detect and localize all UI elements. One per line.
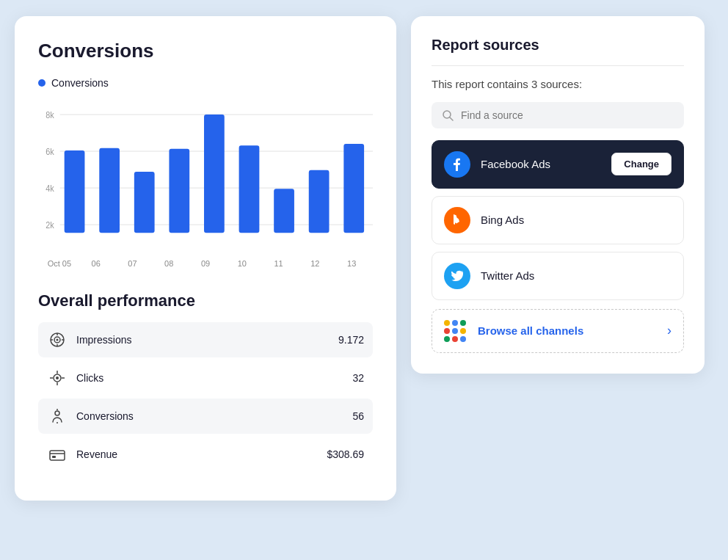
legend-label: Conversions [51, 77, 109, 89]
source-item-bing[interactable]: Bing Ads [432, 196, 684, 244]
x-label-8: 13 [333, 259, 370, 268]
revenue-icon [47, 444, 68, 465]
svg-text:6k: 6k [46, 147, 54, 156]
change-button[interactable]: Change [611, 153, 671, 175]
source-item-twitter[interactable]: Twitter Ads [432, 252, 684, 300]
metric-row-impressions: Impressions 9.172 [38, 322, 373, 357]
twitter-logo-wrap [444, 263, 470, 289]
browse-all-label: Browse all channels [478, 324, 657, 337]
twitter-logo [444, 263, 470, 289]
bing-logo-wrap [444, 207, 470, 233]
metric-name-conversions: Conversions [76, 410, 352, 422]
metrics-list: Impressions 9.172 Clicks 32 [38, 322, 373, 472]
dots-grid-icon [444, 320, 466, 342]
chevron-right-icon: › [667, 323, 671, 338]
clicks-icon [47, 368, 68, 388]
app-wrapper: Conversions Conversions 8k 6k 4k 2k [15, 16, 713, 545]
svg-rect-9 [99, 148, 120, 233]
x-label-4: 09 [187, 259, 224, 268]
chart-svg: 8k 6k 4k 2k [38, 106, 373, 253]
metric-value-conversions: 56 [352, 410, 364, 422]
bing-logo [444, 207, 470, 233]
svg-rect-16 [343, 144, 364, 233]
svg-point-19 [57, 338, 59, 341]
chart-legend: Conversions [38, 77, 373, 89]
source-name-twitter: Twitter Ads [481, 269, 671, 282]
facebook-logo [444, 151, 470, 178]
svg-rect-12 [204, 114, 225, 233]
impressions-icon [47, 330, 68, 350]
bar-chart: 8k 6k 4k 2k [38, 106, 373, 253]
page-title: Conversions [38, 40, 373, 62]
source-name-facebook: Facebook Ads [481, 158, 611, 170]
legend-dot [38, 79, 46, 87]
x-label-5: 10 [224, 259, 261, 268]
svg-rect-11 [169, 148, 189, 232]
metric-value-revenue: $308.69 [327, 448, 364, 460]
svg-rect-33 [50, 451, 65, 460]
svg-point-25 [56, 377, 59, 379]
svg-rect-15 [309, 170, 330, 233]
source-name-bing: Bing Ads [481, 214, 671, 226]
x-label-7: 12 [296, 259, 333, 268]
metric-value-clicks: 32 [352, 372, 364, 384]
metric-row-revenue: Revenue $308.69 [38, 437, 373, 472]
svg-rect-14 [274, 189, 294, 233]
x-label-1: 06 [78, 259, 114, 268]
source-item-facebook[interactable]: Facebook Ads Change [432, 140, 684, 189]
svg-rect-10 [134, 171, 155, 232]
browse-all-channels[interactable]: Browse all channels › [432, 309, 684, 353]
report-title: Report sources [432, 37, 684, 54]
conversions-icon [47, 406, 68, 426]
svg-rect-13 [239, 145, 260, 233]
svg-point-30 [55, 411, 59, 415]
svg-rect-34 [52, 456, 56, 458]
section-title: Overall performance [38, 291, 373, 310]
metric-value-impressions: 9.172 [338, 334, 364, 346]
search-icon [442, 109, 454, 121]
metric-name-impressions: Impressions [76, 334, 338, 346]
x-label-0: Oct 05 [41, 259, 78, 268]
search-input[interactable] [461, 109, 674, 121]
x-label-3: 08 [150, 259, 187, 268]
metric-name-revenue: Revenue [76, 448, 327, 460]
svg-text:8k: 8k [46, 110, 54, 120]
left-card: Conversions Conversions 8k 6k 4k 2k [15, 16, 396, 501]
metric-name-clicks: Clicks [76, 372, 352, 384]
divider [432, 65, 684, 66]
report-subtitle: This report contains 3 sources: [432, 78, 684, 90]
chart-x-labels: Oct 05 06 07 08 09 10 11 12 13 [38, 259, 373, 268]
x-label-6: 11 [261, 259, 297, 268]
metric-row-clicks: Clicks 32 [38, 360, 373, 396]
facebook-logo-wrap [444, 151, 470, 178]
search-box[interactable] [432, 102, 684, 128]
x-label-2: 07 [114, 259, 151, 268]
svg-text:4k: 4k [46, 183, 54, 193]
svg-rect-8 [65, 150, 85, 233]
svg-line-36 [450, 117, 453, 120]
svg-text:2k: 2k [46, 220, 54, 230]
right-card: Report sources This report contains 3 so… [411, 16, 705, 374]
metric-row-conversions: Conversions 56 [38, 399, 373, 434]
